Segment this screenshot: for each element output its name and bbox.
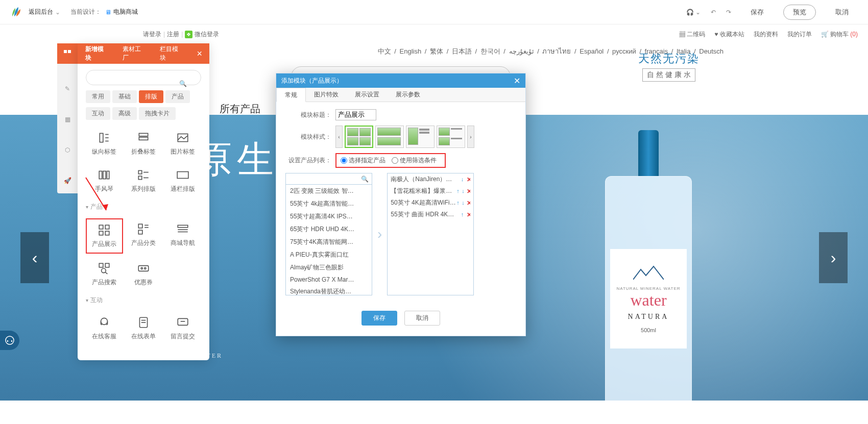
search-icon: 🔍 [361,176,369,183]
style-next-button[interactable]: › [467,126,474,148]
module-style-label: 模块样式： [285,133,331,141]
modal-tabs: 常规 图片特效 展示设置 展示参数 [276,88,525,102]
modal-overlay: 添加模块（产品展示） ✕ 常规 图片特效 展示设置 展示参数 模块标题： 模块样… [0,0,868,424]
available-list[interactable]: 2匹 变频 三级能效 智… 55英寸 4k超高清智能… 55英寸超高清4K IP… [285,184,372,295]
radio-specified-products[interactable]: 选择指定产品 [341,156,385,165]
move-up-icon[interactable]: ↑ [456,188,460,195]
remove-icon[interactable]: ✕ [467,176,471,183]
list-item[interactable]: 55英寸超高清4K IPS… [286,210,372,223]
modal-cancel-button[interactable]: 取消 [404,311,440,326]
list-item[interactable]: 75英寸4K高清智能网… [286,236,372,248]
style-picker: ‹ › [335,126,474,148]
module-title-label: 模块标题： [285,111,331,119]
list-item[interactable]: 65英寸 HDR UHD 4K… [286,223,372,236]
radio-filter-input[interactable] [392,157,398,164]
move-up-icon[interactable]: ↑ [456,199,460,207]
module-title-input[interactable] [335,109,376,120]
selected-list: 南极人（NanJiren）… ↓✕ 【雪花糯米糍】爆浆麻… ↑↓✕ 50英寸 4… [387,173,474,295]
move-down-icon[interactable]: ↓ [461,176,465,183]
modal-body: 模块标题： 模块样式： ‹ › 设置产品列表： 选择指定产品 使用筛 [276,102,525,303]
selected-item[interactable]: 50英寸 4K超高清WiFi… ↑↓✕ [388,197,473,209]
modal-title-bar: 添加模块（产品展示） ✕ [276,73,525,88]
product-transfer-list: 🔍 2匹 变频 三级能效 智… 55英寸 4k超高清智能… 55英寸超高清4K … [285,173,516,295]
modal-tab-effects[interactable]: 图片特效 [306,88,347,102]
selected-item[interactable]: 【雪花糯米糍】爆浆麻… ↑↓✕ [388,185,473,197]
modal-footer: 保存 取消 [276,303,525,336]
list-item[interactable]: 2匹 变频 三级能效 智… [286,185,372,197]
remove-icon[interactable]: ✕ [467,199,470,207]
radio-specified-input[interactable] [341,157,347,164]
move-up-icon[interactable]: ↑ [461,211,465,218]
modal-close-button[interactable]: ✕ [514,76,520,86]
product-list-label: 设置产品列表： [285,156,331,165]
style-option-4[interactable] [437,126,465,148]
modal-save-button[interactable]: 保存 [361,311,397,326]
remove-icon[interactable]: ✕ [467,188,470,195]
available-search[interactable]: 🔍 [285,173,372,184]
add-module-modal: 添加模块（产品展示） ✕ 常规 图片特效 展示设置 展示参数 模块标题： 模块样… [276,73,526,336]
move-down-icon[interactable]: ↓ [462,199,465,207]
list-item[interactable]: PowerShot G7 X Mar… [286,274,372,285]
selected-item[interactable]: 南极人（NanJiren）… ↓✕ [388,173,473,185]
radio-filter-conditions[interactable]: 使用筛选条件 [392,156,437,165]
modal-tab-display[interactable]: 展示设置 [347,88,388,102]
remove-icon[interactable]: ✕ [467,211,471,218]
list-item[interactable]: 55英寸 4k超高清智能… [286,197,372,210]
transfer-right-button[interactable]: › [377,226,382,242]
style-prev-button[interactable]: ‹ [335,126,343,148]
modal-title: 添加模块（产品展示） [281,77,343,85]
style-option-1[interactable] [345,126,373,148]
list-item[interactable]: Almay矿物三色眼影 [286,261,372,274]
modal-tab-general[interactable]: 常规 [276,88,306,102]
product-list-radio-group: 选择指定产品 使用筛选条件 [335,153,446,168]
list-item[interactable]: A PIEU-真实雾面口红 [286,248,372,261]
style-option-2[interactable] [375,126,404,148]
modal-tab-params[interactable]: 展示参数 [388,88,428,102]
move-down-icon[interactable]: ↓ [462,188,465,195]
style-option-3[interactable] [406,126,435,148]
selected-item[interactable]: 55英寸 曲面 HDR 4K… ↑✕ [388,209,473,220]
list-item[interactable]: Stylenanda替肌还幼… [286,285,372,295]
